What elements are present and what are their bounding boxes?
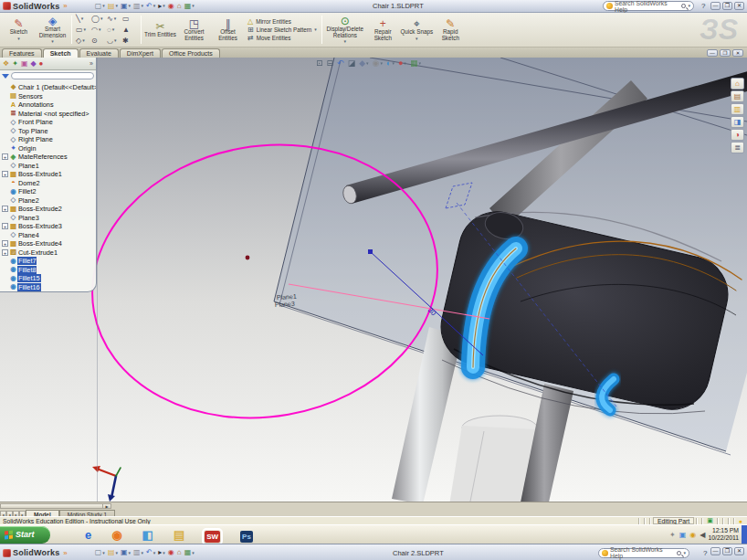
view-tool-button[interactable]: ◆▾ <box>359 59 368 68</box>
expand-toggle-icon[interactable] <box>2 84 8 90</box>
toolbar-button[interactable]: ◉ <box>168 549 174 556</box>
toolbar-button[interactable]: ▣▾ <box>121 549 131 556</box>
tree-item[interactable]: ▤ Sensors <box>2 92 96 101</box>
toolbar-button[interactable]: ↶▾ <box>146 549 155 556</box>
display-delete-relations-button[interactable]: ⊙ Display/Delete Relations▾ <box>324 14 366 46</box>
dropdown-caret-icon[interactable]: ▾ <box>153 551 156 555</box>
toolbar-button[interactable]: ▦▾ <box>184 549 195 556</box>
toolbar-button[interactable]: ▢▾ <box>95 549 105 556</box>
configuration-manager-icon[interactable]: ▣ <box>21 60 28 68</box>
tree-item[interactable]: + ▩ Boss-Extrude1 <box>2 170 96 179</box>
toolbar-button[interactable]: ▤▾ <box>108 3 118 10</box>
minimize-button[interactable]: — <box>710 2 721 10</box>
tree-item[interactable]: + ▨ Cut-Extrude1 <box>2 248 96 258</box>
close-button-2[interactable]: ✕ <box>734 547 744 555</box>
entity-button[interactable]: ◇▾ <box>76 36 89 46</box>
task-pane-tab[interactable]: ▤ <box>731 90 744 102</box>
tree-item[interactable]: ≣ Material <not specified> <box>2 110 96 119</box>
menu-expand-chevron-icon[interactable]: » <box>63 2 67 10</box>
expand-toggle-icon[interactable] <box>2 93 8 100</box>
dropdown-caret-icon[interactable]: ▾ <box>129 551 132 555</box>
tree-item[interactable]: ◉ Fillet7 <box>2 257 96 266</box>
convert-entities-button[interactable]: ◳ Convert Entities <box>177 14 211 46</box>
view-tool-button[interactable]: ⊡ <box>316 59 323 68</box>
help-button-2[interactable]: ? <box>703 549 707 557</box>
toolbar-button[interactable]: ⌂ <box>177 549 182 556</box>
rapid-sketch-button[interactable]: ✎ Rapid Sketch <box>434 14 468 46</box>
offset-entities-button[interactable]: ∥ Offset Entities <box>211 14 245 46</box>
expand-toggle-icon[interactable] <box>2 258 8 264</box>
property-manager-icon[interactable]: ✦ <box>12 60 18 68</box>
view-tool-button[interactable]: ⊟ <box>327 59 334 68</box>
expand-toggle-icon[interactable] <box>2 267 8 273</box>
tray-volume-icon[interactable]: ◀ <box>700 531 705 539</box>
dropdown-caret-icon[interactable]: ▾ <box>102 4 105 8</box>
scrollbar-thumb[interactable] <box>1 504 103 508</box>
magnifier-icon[interactable] <box>677 551 681 555</box>
display-manager-icon[interactable]: ● <box>39 60 44 68</box>
magnifier-icon[interactable] <box>681 4 686 8</box>
doc-close-button[interactable]: ✕ <box>732 49 743 57</box>
entity-button[interactable]: ◡▾ <box>107 36 121 46</box>
dropdown-caret-icon[interactable]: ▾ <box>163 551 165 555</box>
entity-button[interactable]: ∿▾ <box>107 14 121 24</box>
mirror-entities-button[interactable]: △Mirror Entities <box>247 18 317 26</box>
tree-item[interactable]: + ▩ Boss-Extrude3 <box>2 222 96 231</box>
tree-item[interactable]: ◓ Dome2 <box>2 179 96 188</box>
tree-item[interactable]: ◇ Plane3 <box>2 214 96 223</box>
search-caret-icon[interactable]: ▾ <box>688 4 690 8</box>
dropdown-caret-icon[interactable]: ▾ <box>102 551 105 555</box>
dimxpert-manager-icon[interactable]: ◆ <box>30 60 36 68</box>
app-menu[interactable]: SolidWorks » <box>0 2 71 11</box>
start-button[interactable]: Start <box>0 526 50 544</box>
expand-toggle-icon[interactable] <box>2 232 8 238</box>
tree-item[interactable]: ⌖ Origin <box>2 144 96 153</box>
taskbar-app[interactable]: e <box>85 526 91 543</box>
dropdown-caret-icon[interactable]: ▾ <box>114 38 117 43</box>
dropdown-caret-icon[interactable]: ▾ <box>142 551 144 555</box>
entity-button[interactable]: ╲▾ <box>76 14 89 24</box>
dropdown-caret-icon[interactable]: ▾ <box>99 27 101 32</box>
doc-restore-button[interactable]: ❐ <box>720 49 731 57</box>
tree-item[interactable]: ◇ Plane2 <box>2 196 96 206</box>
view-tool-button[interactable]: ◪ <box>348 59 356 68</box>
expand-toggle-icon[interactable] <box>2 145 8 152</box>
tree-item[interactable]: + ▩ Boss-Extrude4 <box>2 239 96 248</box>
expand-toggle-icon[interactable]: + <box>2 206 8 212</box>
entity-button[interactable]: ◠▾ <box>91 25 105 35</box>
view-tool-button[interactable]: ↶ <box>337 59 344 68</box>
dropdown-caret-icon[interactable]: ▾ <box>192 4 195 8</box>
taskbar-app[interactable]: SW <box>205 526 220 543</box>
close-button[interactable]: ✕ <box>734 2 744 10</box>
toolbar-button[interactable]: ▥▾ <box>133 549 143 556</box>
toolbar-button[interactable]: ▣▾ <box>121 3 131 10</box>
ellipse-center-point[interactable] <box>246 256 250 260</box>
minimize-button-2[interactable]: — <box>710 547 721 555</box>
expand-toggle-icon[interactable]: + <box>2 153 8 160</box>
task-pane-tab[interactable]: ◨ <box>731 116 744 128</box>
dropdown-caret-icon[interactable]: ▾ <box>380 61 383 66</box>
view-tool-button[interactable]: ▦▾ <box>410 59 421 68</box>
taskbar-app[interactable]: Ps <box>240 526 253 543</box>
dropdown-caret-icon[interactable]: ▾ <box>115 4 118 8</box>
entity-button[interactable]: ◯▾ <box>91 14 105 24</box>
dropdown-caret-icon[interactable]: ▾ <box>84 27 87 32</box>
taskbar-app[interactable]: ◧ <box>142 526 153 543</box>
tray-app-icon[interactable]: ✦ <box>669 531 676 539</box>
trim-entities-button[interactable]: ✂ Trim Entities <box>143 14 177 46</box>
task-pane-tab[interactable]: ◑ <box>731 129 744 141</box>
expand-toggle-icon[interactable] <box>2 188 8 195</box>
sketch-button[interactable]: ✎ Sketch▾ <box>2 14 36 46</box>
tree-item[interactable]: ◇ Top Plane <box>2 127 96 136</box>
entity-button[interactable]: ⊙ <box>91 36 105 46</box>
view-tool-button[interactable]: ◉▾ <box>373 59 383 68</box>
expand-toggle-icon[interactable] <box>2 101 8 108</box>
doc-minimize-button[interactable]: — <box>707 49 718 57</box>
toolbar-button[interactable]: ▤▾ <box>108 549 118 556</box>
entity-button[interactable]: ◌▾ <box>107 25 121 35</box>
ribbon-tab[interactable]: Evaluate <box>79 48 119 58</box>
entity-button[interactable]: ✱ <box>122 36 136 46</box>
dropdown-caret-icon[interactable]: ▾ <box>142 4 144 8</box>
toolbar-button[interactable]: ◉ <box>168 3 174 10</box>
tree-item[interactable]: ◇ Front Plane <box>2 118 96 127</box>
